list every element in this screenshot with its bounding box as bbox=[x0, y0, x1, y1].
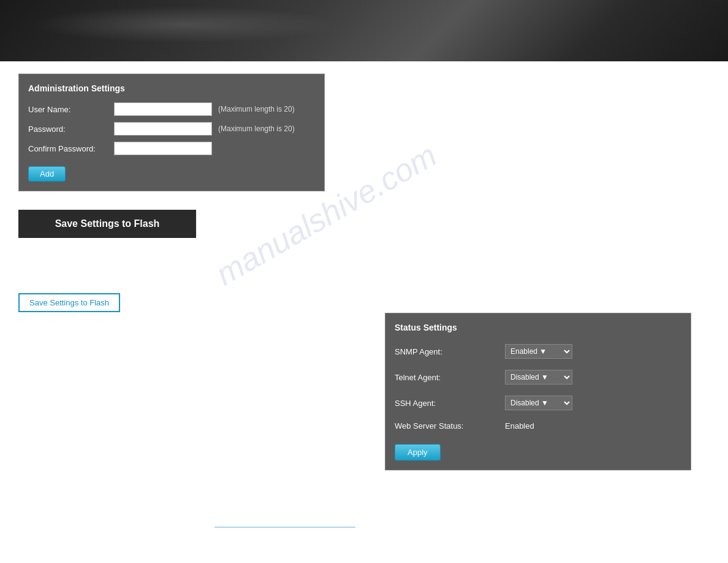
password-hint: (Maximum length is 20) bbox=[218, 124, 295, 133]
ssh-agent-row: SSH Agent: Enabled Disabled ▼ bbox=[395, 393, 681, 413]
ssh-agent-label: SSH Agent: bbox=[395, 399, 505, 408]
save-settings-flash-outline-button[interactable]: Save Settings to Flash bbox=[18, 293, 120, 312]
confirm-password-row: Confirm Password: bbox=[28, 142, 315, 155]
confirm-password-input[interactable] bbox=[114, 142, 212, 155]
status-settings-title: Status Settings bbox=[395, 323, 681, 332]
admin-settings-title: Administration Settings bbox=[28, 83, 315, 93]
add-button[interactable]: Add bbox=[28, 166, 66, 182]
ssh-agent-select[interactable]: Enabled Disabled ▼ bbox=[505, 396, 572, 410]
password-label: Password: bbox=[28, 124, 114, 134]
username-row: User Name: (Maximum length is 20) bbox=[28, 102, 315, 116]
web-server-status-label: Web Server Status: bbox=[395, 421, 505, 431]
save-settings-flash-dark-button[interactable]: Save Settings to Flash bbox=[18, 210, 196, 238]
web-server-status-value: Enabled bbox=[505, 421, 534, 431]
header-banner bbox=[0, 0, 728, 61]
status-settings-panel: Status Settings SNMP Agent: Enabled ▼ Di… bbox=[385, 313, 691, 470]
apply-button[interactable]: Apply bbox=[395, 444, 441, 461]
confirm-password-label: Confirm Password: bbox=[28, 144, 114, 153]
telnet-agent-label: Telnet Agent: bbox=[395, 373, 505, 382]
admin-settings-panel: Administration Settings User Name: (Maxi… bbox=[18, 74, 325, 191]
web-server-status-row: Web Server Status: Enabled bbox=[395, 419, 681, 433]
telnet-agent-row: Telnet Agent: Enabled Disabled ▼ bbox=[395, 367, 681, 387]
password-input[interactable] bbox=[114, 122, 212, 136]
telnet-agent-select[interactable]: Enabled Disabled ▼ bbox=[505, 370, 572, 385]
snmp-agent-row: SNMP Agent: Enabled ▼ Disabled bbox=[395, 342, 681, 361]
password-row: Password: (Maximum length is 20) bbox=[28, 122, 315, 136]
username-input[interactable] bbox=[114, 102, 212, 116]
bottom-line-decoration bbox=[214, 527, 355, 527]
username-label: User Name: bbox=[28, 105, 114, 114]
snmp-agent-label: SNMP Agent: bbox=[395, 347, 505, 356]
username-hint: (Maximum length is 20) bbox=[218, 105, 295, 113]
snmp-agent-select[interactable]: Enabled ▼ Disabled bbox=[505, 344, 572, 359]
